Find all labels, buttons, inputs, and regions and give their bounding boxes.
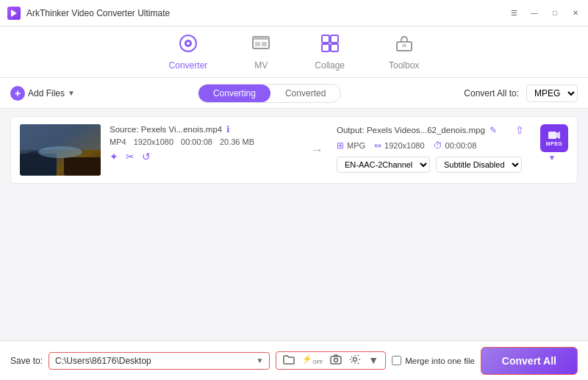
file-thumbnail [20, 124, 101, 176]
edit-icon[interactable]: ✎ [490, 125, 497, 135]
tab-mv-label: MV [254, 60, 268, 71]
svg-rect-19 [20, 124, 101, 150]
svg-rect-21 [548, 132, 556, 139]
badge-dropdown-icon[interactable]: ▼ [548, 154, 556, 162]
menu-button[interactable]: ☰ [509, 8, 519, 18]
svg-rect-23 [331, 356, 341, 364]
output-line: Output: Pexels Videos...62_denois.mpg ✎ … [337, 124, 524, 136]
source-line: Source: Pexels Vi...enois.mp4 ℹ [110, 124, 297, 135]
bottom-bar: Save to: ▼ ⚡OFF ▼ Merge into one [0, 340, 588, 380]
folder-icon[interactable] [281, 354, 297, 367]
svg-rect-8 [322, 35, 329, 43]
file-source-info: Source: Pexels Vi...enois.mp4 ℹ MP4 1920… [110, 124, 297, 162]
toolbar: + Add Files ▼ Converting Converted Conve… [0, 78, 588, 109]
svg-rect-5 [253, 37, 269, 40]
source-format: MP4 [110, 137, 126, 146]
add-files-button[interactable]: + Add Files ▼ [10, 86, 75, 101]
merge-checkbox-group: Merge into one file [392, 356, 475, 365]
title-bar-controls: ☰ — □ ✕ [509, 8, 581, 18]
file-actions: ✦ ✂ ↺ [110, 151, 297, 162]
save-path-container: ▼ [49, 352, 270, 370]
source-duration: 00:00:08 [181, 137, 212, 146]
output-meta: ⊞ MPG ⇔ 1920x1080 ⏱ 00:00:08 [337, 140, 524, 151]
minimize-button[interactable]: — [529, 8, 539, 18]
save-to-label: Save to: [10, 356, 43, 366]
format-select[interactable]: MPEG MP4 AVI MKV [526, 85, 578, 102]
svg-rect-18 [64, 157, 101, 176]
arrow-right-icon: → [310, 143, 323, 158]
converting-tab[interactable]: Converting [198, 85, 270, 102]
app-title: ArkThinker Video Converter Ultimate [26, 8, 170, 18]
svg-marker-0 [11, 10, 17, 17]
add-files-label: Add Files [28, 88, 65, 98]
app-icon [7, 7, 21, 20]
output-format-label: MPG [347, 141, 365, 150]
merge-label: Merge into one file [405, 356, 475, 365]
convert-all-to-label: Convert All to: [464, 88, 519, 98]
output-resolution-label: 1920x1080 [384, 141, 424, 150]
tab-converter[interactable]: Converter [169, 34, 208, 71]
path-dropdown-icon[interactable]: ▼ [256, 356, 263, 365]
output-label: Output: Pexels Videos...62_denois.mpg [337, 126, 485, 135]
svg-point-20 [38, 146, 82, 158]
svg-rect-13 [402, 44, 406, 47]
converted-tab[interactable]: Converted [270, 85, 340, 102]
tab-toolbox[interactable]: Toolbox [389, 34, 419, 71]
svg-point-3 [187, 42, 190, 45]
file-meta: MP4 1920x1080 00:00:08 20.36 MB [110, 137, 297, 146]
cut-icon[interactable]: ✂ [126, 151, 135, 162]
badge-label: MPEG [546, 141, 563, 146]
output-controls: EN-AAC-2Channel Subtitle Disabled [337, 157, 524, 173]
svg-rect-6 [255, 42, 260, 46]
upload-icon[interactable]: ⇧ [515, 124, 524, 136]
file-item-card: Source: Pexels Vi...enois.mp4 ℹ MP4 1920… [10, 116, 578, 184]
save-path-input[interactable] [55, 356, 256, 366]
audio-select[interactable]: EN-AAC-2Channel [337, 157, 430, 173]
merge-checkbox[interactable] [392, 356, 401, 365]
tab-collage[interactable]: Collage [315, 34, 345, 71]
nav-tabs: Converter MV Collage [0, 26, 588, 78]
effects-icon[interactable]: ↺ [142, 151, 151, 162]
output-format-icon: ⊞ [337, 140, 344, 151]
toolbox-icon [395, 34, 414, 57]
converter-icon [179, 34, 198, 57]
output-duration-label: 00:00:08 [445, 141, 477, 150]
convert-shortcut-icon[interactable]: ⚡OFF [300, 354, 325, 367]
tab-collage-label: Collage [315, 60, 345, 71]
source-size: 20.36 MB [220, 137, 254, 146]
screenshot-icon[interactable] [328, 354, 344, 367]
convert-all-button[interactable]: Convert All [481, 347, 578, 375]
main-content: Source: Pexels Vi...enois.mp4 ℹ MP4 1920… [0, 109, 588, 340]
format-badge[interactable]: MPEG [540, 124, 568, 152]
settings-icon[interactable]: ✦ [110, 151, 118, 162]
svg-point-24 [334, 359, 338, 362]
source-label: Source: Pexels Vi...enois.mp4 [110, 125, 222, 134]
bottom-actions: ⚡OFF ▼ [276, 351, 386, 370]
output-duration-item: ⏱ 00:00:08 [434, 140, 477, 151]
add-icon: + [10, 86, 25, 101]
svg-rect-11 [331, 44, 338, 51]
badge-video-icon [548, 131, 560, 141]
settings-gear-icon[interactable] [347, 354, 363, 367]
conversion-tabs: Converting Converted [198, 84, 341, 103]
svg-marker-22 [556, 132, 560, 139]
output-resolution-item: ⇔ 1920x1080 [374, 140, 424, 151]
maximize-button[interactable]: □ [550, 8, 560, 18]
source-resolution: 1920x1080 [134, 137, 173, 146]
close-button[interactable]: ✕ [570, 8, 581, 18]
svg-rect-10 [322, 44, 329, 51]
title-bar: ArkThinker Video Converter Ultimate ☰ — … [0, 0, 588, 26]
subtitle-select[interactable]: Subtitle Disabled [436, 157, 522, 173]
info-icon[interactable]: ℹ [226, 124, 230, 135]
collage-icon [320, 34, 340, 57]
output-res-icon: ⇔ [374, 140, 381, 151]
svg-point-25 [354, 358, 357, 362]
tab-toolbox-label: Toolbox [389, 60, 419, 71]
clock-icon: ⏱ [434, 140, 442, 151]
actions-dropdown-icon[interactable]: ▼ [366, 354, 381, 367]
add-files-dropdown-icon: ▼ [68, 89, 75, 97]
svg-rect-7 [262, 42, 267, 46]
tab-mv[interactable]: MV [251, 34, 270, 71]
tab-converter-label: Converter [169, 60, 208, 71]
output-format-item: ⊞ MPG [337, 140, 365, 151]
